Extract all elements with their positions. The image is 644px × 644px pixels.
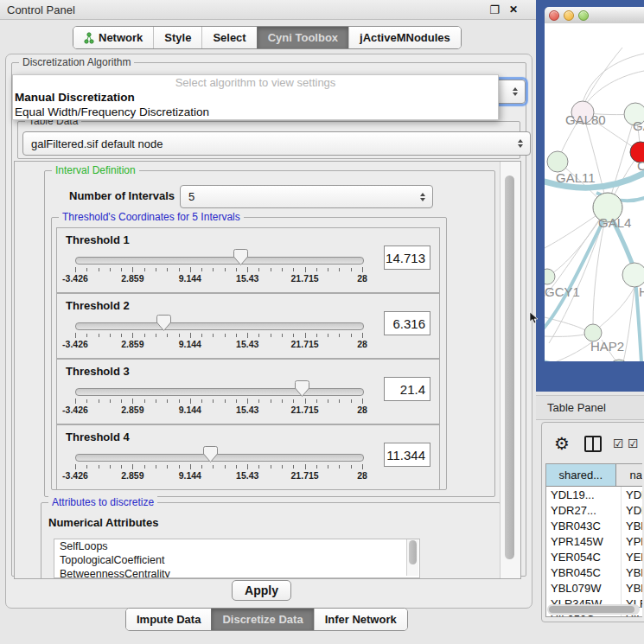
select-all-checkbox-icon[interactable]: ☑: [628, 437, 639, 450]
slider-tick: [213, 399, 214, 403]
panel-scrollbar[interactable]: [500, 162, 520, 578]
attribute-list-item[interactable]: SelfLoops: [54, 539, 419, 553]
slider-tick: [179, 334, 180, 337]
select-columns-checkbox-icon[interactable]: ☑: [613, 437, 624, 450]
column-header-name[interactable]: na: [616, 464, 642, 486]
table-row[interactable]: YBR043CYBR0: [546, 518, 642, 533]
slider-tick: [121, 334, 122, 337]
slider-tick: [144, 465, 145, 469]
tab-jactivemnodules[interactable]: jActiveMNodules: [348, 27, 461, 48]
minimize-traffic-light-icon[interactable]: [564, 10, 574, 21]
bottom-tab-discretize-data[interactable]: Discretize Data: [211, 609, 313, 630]
cell-name: YBR0: [621, 564, 642, 580]
attributes-scrollbar-thumb[interactable]: [409, 540, 417, 564]
tab-network[interactable]: Network: [73, 27, 153, 48]
slider-tick: [351, 465, 352, 469]
split-columns-icon[interactable]: [584, 436, 602, 452]
slider-tick: [121, 465, 122, 469]
tab-select[interactable]: Select: [201, 27, 256, 48]
slider-track[interactable]: [75, 322, 364, 330]
table-row[interactable]: YBL079WYBL0: [546, 580, 642, 596]
bottom-tab-impute-data[interactable]: Impute Data: [126, 609, 211, 630]
slider-tick: [236, 334, 237, 337]
slider-tick: [86, 465, 87, 469]
column-header-shared-name[interactable]: shared...: [546, 464, 616, 486]
slider-tick: [225, 465, 226, 469]
label-ga-partial: GA: [633, 118, 644, 133]
threshold-value-input[interactable]: [384, 245, 430, 270]
table-panel-title: Table Panel: [536, 401, 606, 414]
node-gal11[interactable]: [547, 151, 568, 172]
slider-tick: [86, 268, 87, 271]
slider-tick: [156, 465, 156, 469]
attribute-list-item[interactable]: TopologicalCoefficient: [54, 553, 419, 567]
slider-tick: [362, 267, 363, 272]
algorithm-dropdown-popup: Select algorithm to view settings Manual…: [12, 74, 499, 120]
tab-style[interactable]: Style: [153, 27, 201, 48]
panel-scrollbar-thumb[interactable]: [505, 175, 514, 559]
combobox-stepper-icon[interactable]: [420, 193, 425, 201]
dropdown-option[interactable]: Manual Discretization: [13, 91, 498, 105]
slider-track[interactable]: [75, 257, 364, 265]
combobox-stepper-icon[interactable]: [513, 87, 518, 96]
threshold-value-input[interactable]: [384, 377, 430, 401]
network-view[interactable]: GAL80 GA C GAL11 GAL4 GCY1 H HAP2: [545, 23, 644, 361]
apply-button[interactable]: Apply: [232, 580, 291, 601]
combobox-stepper-icon[interactable]: [518, 139, 523, 148]
table-row[interactable]: YBR045CYBR0: [546, 564, 642, 580]
tab-cyni-toolbox[interactable]: Cyni Toolbox: [257, 27, 348, 48]
tab-label: jActiveMNodules: [360, 31, 450, 44]
network-graph[interactable]: GAL80 GA C GAL11 GAL4 GCY1 H HAP2: [545, 23, 644, 361]
network-nodes[interactable]: [545, 101, 644, 361]
slider-track[interactable]: [75, 388, 364, 396]
slider-tick: [339, 465, 340, 469]
slider-tick: [110, 268, 111, 271]
attributes-scrollbar[interactable]: [406, 539, 418, 576]
threshold-value-input[interactable]: [384, 443, 430, 467]
node-right[interactable]: [622, 263, 644, 287]
table-horizontal-scrollbar-thumb[interactable]: [549, 606, 634, 613]
zoom-traffic-light-icon[interactable]: [578, 10, 589, 21]
slider-thumb[interactable]: [295, 379, 309, 398]
slider-tick: [225, 399, 226, 403]
table-row[interactable]: YPR145WYPR1: [546, 533, 642, 549]
table-row[interactable]: YDR27...YDR2: [546, 502, 642, 518]
slider-thumb[interactable]: [156, 314, 171, 332]
node-bottom[interactable]: [609, 360, 629, 361]
attribute-list-item[interactable]: BetweennessCentrality: [54, 567, 419, 578]
slider-tick: [121, 268, 122, 271]
bottom-tab-infer-network[interactable]: Infer Network: [314, 609, 407, 630]
slider-thumb[interactable]: [233, 248, 248, 266]
number-of-intervals-combobox[interactable]: 5: [180, 185, 433, 208]
float-window-icon[interactable]: ❐: [488, 3, 501, 16]
threshold-value-input[interactable]: [384, 311, 430, 335]
dropdown-option[interactable]: Equal Width/Frequency Discretization: [13, 105, 498, 120]
slider-tick: [179, 465, 180, 469]
cell-shared-name: YDR27...: [546, 502, 621, 518]
threshold-label: Threshold 4: [66, 430, 130, 443]
slider-thumb[interactable]: [203, 445, 218, 463]
numerical-attributes-list[interactable]: SelfLoopsTopologicalCoefficientBetweenne…: [54, 539, 420, 578]
slider-tick: [316, 268, 317, 271]
close-traffic-light-icon[interactable]: [549, 10, 559, 21]
table-row[interactable]: YER054CYER0: [546, 549, 642, 564]
table-data-combobox[interactable]: galFiltered.sif default node: [22, 131, 531, 156]
slider-tick: [351, 399, 352, 403]
close-window-icon[interactable]: ✕: [507, 3, 520, 16]
bottom-tab-label: Infer Network: [325, 613, 397, 626]
table-row[interactable]: YDL19...YDL1: [546, 487, 642, 502]
slider-tick: [225, 268, 226, 271]
slider-tick: [247, 399, 248, 404]
network-window-titlebar[interactable]: [545, 7, 644, 24]
gear-icon[interactable]: ⚙: [554, 433, 570, 454]
slider-tick-label: 9.144: [179, 273, 201, 284]
slider-tick: [282, 268, 283, 271]
bottom-tab-label: Discretize Data: [222, 613, 303, 626]
slider-tick: [144, 268, 145, 271]
table-horizontal-scrollbar[interactable]: [547, 604, 640, 615]
slider-track[interactable]: [75, 454, 364, 462]
slider-tick: [179, 268, 180, 271]
node-gcy1[interactable]: [545, 269, 555, 284]
threshold-label: Threshold 3: [66, 365, 130, 378]
slider-tick: [293, 399, 294, 403]
